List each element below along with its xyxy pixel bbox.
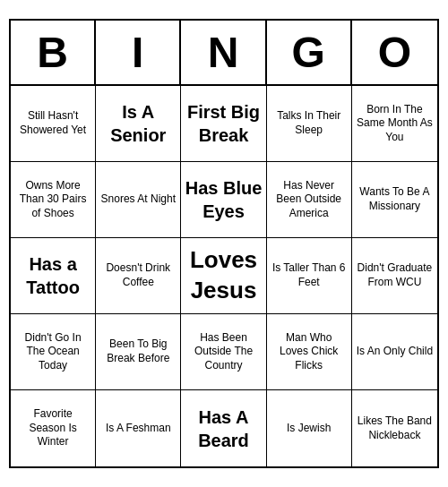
bingo-grid: Still Hasn't Showered YetIs A SeniorFirs… <box>11 86 437 466</box>
bingo-cell-24: Likes The Band Nickleback <box>352 390 437 466</box>
bingo-cell-10: Has a Tattoo <box>11 238 96 314</box>
bingo-cell-14: Didn't Graduate From WCU <box>352 238 437 314</box>
bingo-cell-9: Wants To Be A Missionary <box>352 162 437 238</box>
bingo-cell-17: Has Been Outside The Country <box>181 314 266 390</box>
bingo-letter-n: N <box>181 21 266 84</box>
bingo-cell-20: Favorite Season Is Winter <box>11 390 96 466</box>
bingo-letter-g: G <box>267 21 352 84</box>
bingo-letter-b: B <box>11 21 96 84</box>
bingo-cell-19: Is An Only Child <box>352 314 437 390</box>
bingo-cell-23: Is Jewish <box>267 390 352 466</box>
bingo-letter-o: O <box>352 21 437 84</box>
bingo-card: BINGO Still Hasn't Showered YetIs A Seni… <box>9 19 439 468</box>
bingo-cell-12: Loves Jesus <box>181 238 266 314</box>
bingo-cell-16: Been To Big Break Before <box>96 314 181 390</box>
bingo-cell-5: Owns More Than 30 Pairs of Shoes <box>11 162 96 238</box>
bingo-cell-4: Born In The Same Month As You <box>352 86 437 162</box>
bingo-cell-11: Doesn't Drink Coffee <box>96 238 181 314</box>
bingo-cell-7: Has Blue Eyes <box>181 162 266 238</box>
bingo-letter-i: I <box>96 21 181 84</box>
bingo-cell-0: Still Hasn't Showered Yet <box>11 86 96 162</box>
bingo-cell-15: Didn't Go In The Ocean Today <box>11 314 96 390</box>
bingo-cell-2: First Big Break <box>181 86 266 162</box>
bingo-cell-13: Is Taller Than 6 Feet <box>267 238 352 314</box>
bingo-cell-1: Is A Senior <box>96 86 181 162</box>
bingo-header: BINGO <box>11 21 437 86</box>
bingo-cell-21: Is A Feshman <box>96 390 181 466</box>
bingo-cell-22: Has A Beard <box>181 390 266 466</box>
bingo-cell-18: Man Who Loves Chick Flicks <box>267 314 352 390</box>
bingo-cell-6: Snores At Night <box>96 162 181 238</box>
bingo-cell-8: Has Never Been Outside America <box>267 162 352 238</box>
bingo-cell-3: Talks In Their Sleep <box>267 86 352 162</box>
